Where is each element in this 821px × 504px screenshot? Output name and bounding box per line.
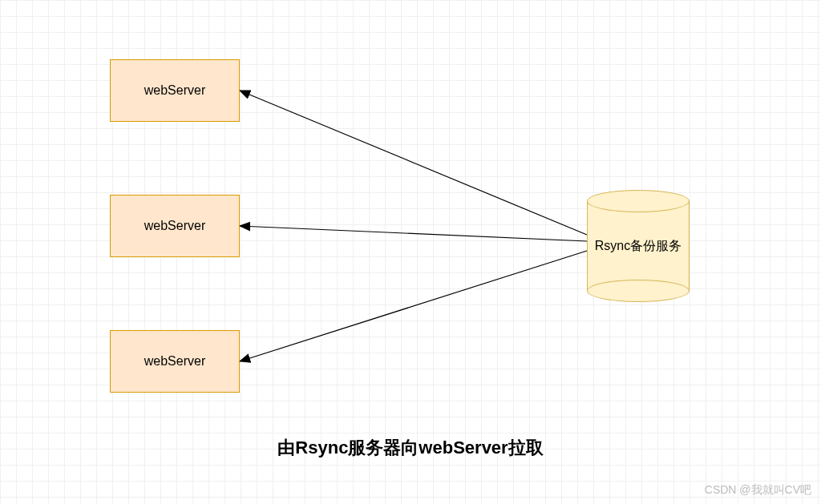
webserver-label-1: webServer <box>144 83 205 98</box>
webserver-label-2: webServer <box>144 219 205 233</box>
webserver-node-1: webServer <box>110 59 240 122</box>
webserver-node-2: webServer <box>110 195 240 257</box>
cylinder-bottom <box>587 280 690 302</box>
cylinder-top <box>587 190 690 212</box>
webserver-label-3: webServer <box>144 354 205 369</box>
rsync-db-label: Rsync备份服务 <box>595 238 681 255</box>
webserver-node-3: webServer <box>110 330 240 393</box>
diagram-caption: 由Rsync服务器向webServer拉取 <box>277 436 543 460</box>
watermark-text: CSDN @我就叫CV吧 <box>705 483 811 498</box>
rsync-db-node: Rsync备份服务 <box>587 190 690 302</box>
